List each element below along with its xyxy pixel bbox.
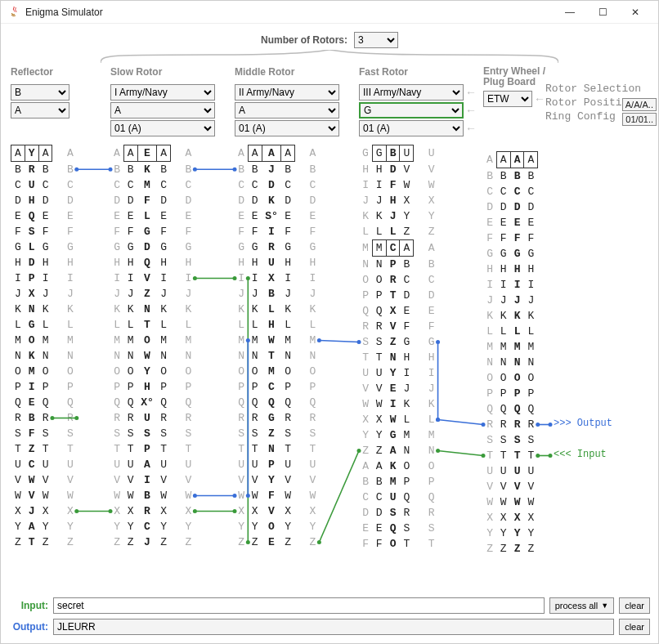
middle-rotor-position-select[interactable]: A xyxy=(235,102,339,119)
col-etw: Entry Wheel /Plug Board ETW ← AAAABBBBCC… xyxy=(483,66,573,557)
etw-wiring: AAAABBBBCCCCDDDDEEEEFFFFGGGGHHHHIIIIJJJJ… xyxy=(483,151,573,557)
rotor-count-select[interactable]: 3 xyxy=(354,32,398,48)
slow-rotor-wiring: AAEA ABBKB BCCMC CDDFD DEELE EFFGF FGGDG… xyxy=(110,145,231,550)
side-badges: A/A/A.. 01/01.. xyxy=(622,98,657,126)
brace-icon xyxy=(101,50,558,65)
reflector-position-select[interactable]: A xyxy=(11,102,69,119)
fast-rotor-wiring: GGBU UHHDV VIIFW WJJHX XKKJY YLLLZ ZMMCA… xyxy=(359,145,480,552)
process-all-button[interactable]: process all▼ xyxy=(549,597,615,614)
col-reflector: Reflector B A AYA ABRB BCUC CDHD DEQE EF… xyxy=(11,66,107,557)
fast-rotor-type-select[interactable]: III Army/Navy xyxy=(359,84,464,101)
slow-rotor-type-select[interactable]: I Army/Navy xyxy=(110,84,215,101)
col-middle-rotor: Middle Rotor II Army/Navy A 01 (A) AAAA … xyxy=(235,66,356,557)
reflector-wiring: AYA ABRB BCUC CDHD DEQE EFSF FGLG GHDH H… xyxy=(11,145,107,550)
col-header-middle: Middle Rotor xyxy=(235,66,356,78)
maximize-button[interactable]: ☐ xyxy=(586,1,619,24)
minimize-button[interactable]: — xyxy=(554,1,586,24)
columns: Reflector B A AYA ABRB BCUC CDHD DEQE EF… xyxy=(11,66,648,557)
badge-rings[interactable]: 01/01.. xyxy=(622,113,657,126)
label-rotor-selection: Rotor Selection xyxy=(545,83,641,95)
rotor-count-label: Number of Rotors: xyxy=(261,34,347,46)
arrow-icon: ← xyxy=(534,92,545,105)
middle-rotor-ring-select[interactable]: 01 (A) xyxy=(235,120,339,136)
close-button[interactable]: ✕ xyxy=(619,1,652,24)
middle-rotor-wiring: AAAA ABBJB BCCDC CDDKD DEES°E EFFIF FGGR… xyxy=(235,145,356,550)
etw-type-select[interactable]: ETW xyxy=(483,91,532,107)
output-indicator-label: >>> Output xyxy=(554,418,612,429)
titlebar: Enigma Simulator — ☐ ✕ xyxy=(1,1,658,24)
reflector-type-select[interactable]: B xyxy=(11,84,69,101)
slow-rotor-ring-select[interactable]: 01 (A) xyxy=(110,120,215,136)
col-header-slow: Slow Rotor xyxy=(110,66,231,78)
input-label: Input: xyxy=(9,600,48,611)
col-fast-rotor: Fast Rotor III Army/Navy ← G ← 01 (A) ← … xyxy=(359,66,480,557)
col-slow-rotor: Slow Rotor I Army/Navy A 01 (A) AAEA ABB… xyxy=(110,66,231,557)
col-header-fast: Fast Rotor xyxy=(359,66,480,78)
rotor-count-row: Number of Rotors: 3 xyxy=(11,29,648,50)
io-panel: Input: process all▼ clear Output: clear xyxy=(9,597,650,635)
window-title: Enigma Simulator xyxy=(25,7,103,18)
clear-input-button[interactable]: clear xyxy=(619,597,650,614)
input-indicator-label: <<< Input xyxy=(554,449,607,460)
dropdown-triangle-icon: ▼ xyxy=(601,602,608,610)
middle-rotor-type-select[interactable]: II Army/Navy xyxy=(235,84,339,101)
input-field[interactable] xyxy=(53,597,545,614)
fast-rotor-ring-select[interactable]: 01 (A) xyxy=(359,120,464,136)
slow-rotor-position-select[interactable]: A xyxy=(110,102,215,119)
clear-output-button[interactable]: clear xyxy=(619,619,650,635)
java-icon xyxy=(7,6,20,19)
badge-positions[interactable]: A/A/A.. xyxy=(622,98,657,111)
col-header-reflector: Reflector xyxy=(11,66,107,78)
arrow-icon: ← xyxy=(465,104,477,117)
output-field[interactable] xyxy=(53,619,614,635)
arrow-icon: ← xyxy=(465,86,477,99)
output-label: Output: xyxy=(9,621,48,633)
arrow-icon: ← xyxy=(465,122,477,135)
fast-rotor-position-select[interactable]: G xyxy=(359,102,464,119)
